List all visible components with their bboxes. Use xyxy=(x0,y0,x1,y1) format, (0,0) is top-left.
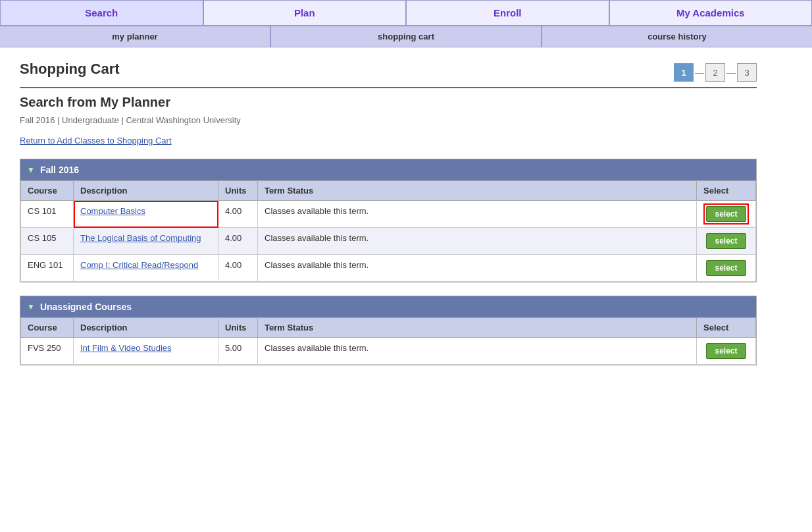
subtab-course-history[interactable]: course history xyxy=(542,26,812,47)
step-1[interactable]: 1 xyxy=(674,63,694,82)
cell-units: 4.00 xyxy=(218,228,258,255)
table-row: CS 101 Computer Basics 4.00 Classes avai… xyxy=(21,201,756,228)
unassigned-courses-header: ▼ Unassigned Courses xyxy=(20,296,756,317)
step-2[interactable]: 2 xyxy=(705,63,725,82)
course-link[interactable]: The Logical Basis of Computing xyxy=(80,233,201,243)
table-row: FVS 250 Int Film & Video Studies 5.00 Cl… xyxy=(21,338,756,365)
step-3[interactable]: 3 xyxy=(737,63,757,82)
col-header-course: Course xyxy=(21,181,74,201)
cell-description: The Logical Basis of Computing xyxy=(74,228,218,255)
select-button[interactable]: select xyxy=(706,233,746,249)
sub-navigation: my planner shopping cart course history xyxy=(0,26,812,47)
cell-select: select xyxy=(697,201,756,228)
section-heading: Search from My Planner xyxy=(20,95,757,110)
fall-2016-table: Course Description Units Term Status Sel… xyxy=(20,180,756,282)
fall-2016-section: ▼ Fall 2016 Course Description Units Ter… xyxy=(20,159,757,282)
cell-course: CS 105 xyxy=(21,228,74,255)
cell-units: 4.00 xyxy=(218,255,258,282)
select-button[interactable]: select xyxy=(706,260,746,276)
col-header-select-2: Select xyxy=(697,318,756,338)
cell-description: Comp I: Critical Read/Respond xyxy=(74,255,218,282)
cell-select: select xyxy=(697,228,756,255)
col-header-term-status: Term Status xyxy=(258,181,697,201)
table-row: ENG 101 Comp I: Critical Read/Respond 4.… xyxy=(21,255,756,282)
unassigned-label: Unassigned Courses xyxy=(40,302,132,312)
cell-select: select xyxy=(697,338,756,365)
col-header-term-status-2: Term Status xyxy=(258,318,697,338)
tab-plan[interactable]: Plan xyxy=(203,0,407,25)
cell-description: Int Film & Video Studies xyxy=(74,338,218,365)
subtab-my-planner[interactable]: my planner xyxy=(0,26,271,47)
select-button[interactable]: select xyxy=(706,343,746,359)
col-header-description-2: Description xyxy=(74,318,218,338)
step-dash-2: — xyxy=(726,67,736,78)
cell-course: ENG 101 xyxy=(21,255,74,282)
table-row: CS 105 The Logical Basis of Computing 4.… xyxy=(21,228,756,255)
course-link[interactable]: Computer Basics xyxy=(80,206,145,216)
cell-status: Classes available this term. xyxy=(258,228,697,255)
tab-search[interactable]: Search xyxy=(0,0,203,25)
return-link[interactable]: Return to Add Classes to Shopping Cart xyxy=(20,136,172,146)
col-header-select: Select xyxy=(697,181,756,201)
step-dash-1: — xyxy=(695,67,704,78)
cell-select: select xyxy=(697,255,756,282)
col-header-course-2: Course xyxy=(21,318,74,338)
tab-enroll[interactable]: Enroll xyxy=(406,0,609,25)
cell-status: Classes available this term. xyxy=(258,201,697,228)
cell-description-highlighted: Computer Basics xyxy=(74,201,218,228)
page-title-area: Shopping Cart 1 — 2 — 3 xyxy=(20,61,757,88)
page-title: Shopping Cart xyxy=(20,61,120,78)
unassigned-courses-section: ▼ Unassigned Courses Course Description … xyxy=(20,296,757,365)
fall-2016-header: ▼ Fall 2016 xyxy=(20,159,756,180)
top-navigation: Search Plan Enroll My Academics xyxy=(0,0,812,26)
cell-status: Classes available this term. xyxy=(258,255,697,282)
cell-course: CS 101 xyxy=(21,201,74,228)
unassigned-table: Course Description Units Term Status Sel… xyxy=(20,317,756,365)
col-header-units: Units xyxy=(218,181,258,201)
cell-units: 5.00 xyxy=(218,338,258,365)
tab-my-academics[interactable]: My Academics xyxy=(609,0,813,25)
subtitle: Fall 2016 | Undergraduate | Central Wash… xyxy=(20,115,757,125)
subtab-shopping-cart[interactable]: shopping cart xyxy=(271,26,542,47)
course-link[interactable]: Int Film & Video Studies xyxy=(80,343,172,353)
main-content: Shopping Cart 1 — 2 — 3 Search from My P… xyxy=(0,47,776,392)
select-btn-wrap-highlighted: select xyxy=(706,206,746,222)
cell-course: FVS 250 xyxy=(21,338,74,365)
select-button[interactable]: select xyxy=(706,206,746,222)
col-header-description: Description xyxy=(74,181,218,201)
col-header-units-2: Units xyxy=(218,318,258,338)
cell-status: Classes available this term. xyxy=(258,338,697,365)
fall-2016-label: Fall 2016 xyxy=(40,165,79,175)
collapse-icon[interactable]: ▼ xyxy=(27,165,35,174)
course-link[interactable]: Comp I: Critical Read/Respond xyxy=(80,260,198,270)
step-indicator: 1 — 2 — 3 xyxy=(674,63,757,82)
cell-units: 4.00 xyxy=(218,201,258,228)
collapse-icon-2[interactable]: ▼ xyxy=(27,302,35,311)
